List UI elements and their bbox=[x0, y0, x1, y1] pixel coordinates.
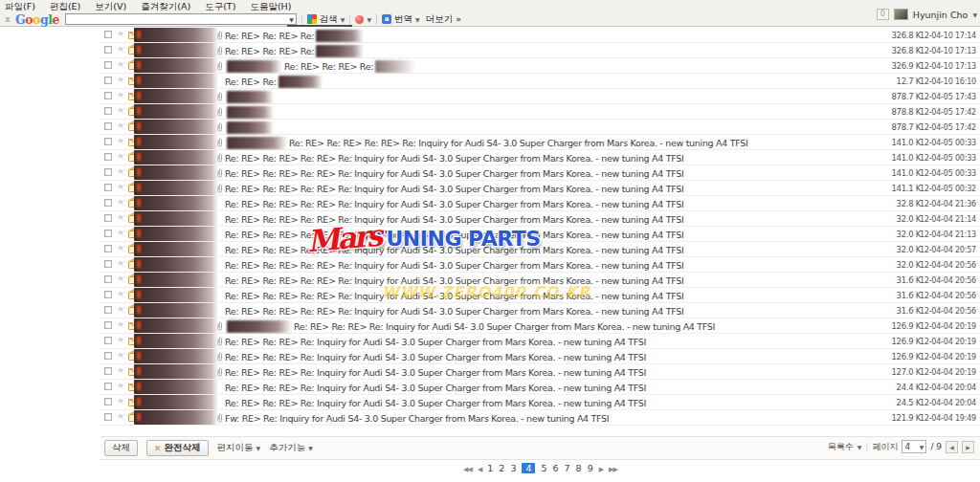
delete-button[interactable]: 삭제 bbox=[104, 440, 138, 456]
star-icon[interactable]: ★ bbox=[117, 136, 124, 145]
star-icon[interactable]: ★ bbox=[117, 228, 124, 237]
star-icon[interactable]: ★ bbox=[117, 151, 124, 161]
row-checkbox[interactable] bbox=[104, 260, 112, 268]
row-checkbox[interactable] bbox=[104, 383, 112, 390]
subject-line[interactable]: Re: RE> Re: RE> Re: Inquiry for Audi S4-… bbox=[216, 349, 854, 364]
menu-item-4[interactable]: 도구(T) bbox=[205, 1, 235, 13]
mail-row[interactable]: ★Re: RE> Re: RE> Re:326.8 K12-04-10 17:1… bbox=[100, 43, 980, 58]
account-name[interactable]: Hyunjin Cho bbox=[913, 10, 969, 20]
menu-item-3[interactable]: 즐겨찾기(A) bbox=[141, 1, 190, 13]
row-checkbox[interactable] bbox=[104, 413, 112, 421]
page-5[interactable]: 5 bbox=[541, 463, 546, 473]
page-4[interactable]: 4 bbox=[522, 463, 535, 473]
mail-row[interactable]: ★878.8 K12-04-05 17:42 bbox=[100, 104, 980, 120]
star-icon[interactable]: ★ bbox=[117, 335, 124, 344]
next-page-icon[interactable]: ▶ bbox=[599, 466, 603, 473]
row-checkbox[interactable] bbox=[104, 61, 112, 69]
subject-line[interactable] bbox=[216, 104, 854, 120]
star-icon[interactable]: ★ bbox=[117, 29, 124, 38]
row-checkbox[interactable] bbox=[104, 306, 112, 314]
first-page-icon[interactable]: ◀◀ bbox=[463, 466, 472, 473]
chevron-down-icon[interactable]: ▼ bbox=[858, 444, 862, 450]
row-checkbox[interactable] bbox=[104, 46, 112, 54]
star-icon[interactable]: ★ bbox=[117, 182, 124, 191]
star-icon[interactable]: ★ bbox=[117, 381, 124, 390]
subject-line[interactable]: Re: RE> Re: RE> Re: Inquiry for Audi S4-… bbox=[216, 334, 854, 349]
mail-row[interactable]: ★Re: RE> Re: RE> Re: Inquiry for Audi S4… bbox=[100, 318, 980, 334]
star-icon[interactable]: ★ bbox=[117, 166, 124, 176]
toolbar-more-button[interactable]: 더보기 » bbox=[426, 13, 461, 26]
row-checkbox[interactable] bbox=[104, 77, 112, 84]
toolbar-search-button[interactable]: 검색 ▼ bbox=[307, 13, 345, 26]
star-icon[interactable]: ★ bbox=[117, 243, 124, 252]
subject-line[interactable] bbox=[216, 120, 854, 135]
page-9[interactable]: 9 bbox=[588, 463, 593, 473]
move-mail-dropdown[interactable]: 편지이동 ▼ bbox=[217, 442, 261, 454]
notification-badge[interactable]: 0 bbox=[877, 9, 889, 20]
menu-item-5[interactable]: 도움말(H) bbox=[250, 1, 291, 13]
mail-row[interactable]: ★Re: RE> Re: RE> Re: Inquiry for Audi S4… bbox=[100, 364, 980, 380]
toolbar-pagerank-button[interactable]: ▼ bbox=[355, 15, 371, 24]
row-checkbox[interactable] bbox=[104, 275, 112, 283]
mail-row[interactable]: ★Fw: RE> Re: Inquiry for Audi S4- 3.0 Su… bbox=[100, 410, 980, 426]
page-2[interactable]: 2 bbox=[499, 463, 504, 473]
mail-row[interactable]: ★878.7 K12-04-05 17:42 bbox=[100, 120, 980, 135]
permanent-delete-button[interactable]: ✕ 완전삭제 bbox=[146, 440, 209, 456]
subject-line[interactable]: Re: RE> Re: RE> Re: Inquiry for Audi S4-… bbox=[216, 364, 854, 380]
row-checkbox[interactable] bbox=[104, 31, 112, 38]
page-8[interactable]: 8 bbox=[576, 463, 582, 473]
star-icon[interactable]: ★ bbox=[117, 44, 124, 54]
star-icon[interactable]: ★ bbox=[117, 75, 124, 84]
subject-line[interactable]: Re: RE> Re: RE> Re: RE> Re: Inquiry for … bbox=[216, 135, 854, 150]
toolbar-translate-button[interactable]: a 번역 ▼ bbox=[382, 13, 420, 26]
row-checkbox[interactable] bbox=[104, 199, 112, 207]
mail-row[interactable]: ★878.7 K12-04-05 17:43 bbox=[100, 89, 980, 104]
row-checkbox[interactable] bbox=[104, 337, 112, 344]
row-checkbox[interactable] bbox=[104, 107, 112, 115]
mail-row[interactable]: ★Re: RE> Re:12.7 K12-04-10 16:10 bbox=[100, 74, 980, 89]
subject-line[interactable]: Re: RE> Re: RE> Re: Inquiry for Audi S4-… bbox=[216, 395, 854, 410]
star-icon[interactable]: ★ bbox=[117, 59, 124, 69]
star-icon[interactable]: ★ bbox=[117, 411, 124, 421]
row-checkbox[interactable] bbox=[104, 184, 112, 191]
subject-line[interactable]: Fw: RE> Re: Inquiry for Audi S4- 3.0 Sup… bbox=[216, 410, 854, 426]
subject-line[interactable]: Re: RE> Re: RE> Re: RE> Re: Inquiry for … bbox=[216, 150, 854, 165]
row-checkbox[interactable] bbox=[104, 321, 112, 329]
page-6[interactable]: 6 bbox=[553, 463, 559, 473]
row-checkbox[interactable] bbox=[104, 245, 112, 252]
subject-line[interactable]: Re: RE> Re: RE> Re: RE> Re: Inquiry for … bbox=[216, 181, 854, 196]
mail-row[interactable]: ★Re: RE> Re: RE> Re: RE> Re: Inquiry for… bbox=[100, 135, 980, 150]
star-icon[interactable]: ★ bbox=[117, 304, 124, 314]
subject-line[interactable] bbox=[216, 89, 854, 104]
star-icon[interactable]: ★ bbox=[117, 365, 124, 375]
subject-line[interactable]: Re: RE> Re: RE> Re: Inquiry for Audi S4-… bbox=[216, 380, 854, 395]
mail-row[interactable]: ★Re: RE> Re: RE> Re: RE> Re: Inquiry for… bbox=[100, 165, 980, 181]
row-checkbox[interactable] bbox=[104, 168, 112, 176]
star-icon[interactable]: ★ bbox=[117, 274, 124, 283]
row-checkbox[interactable] bbox=[104, 122, 112, 130]
row-checkbox[interactable] bbox=[104, 214, 112, 222]
prev-page-button[interactable]: ◀ bbox=[946, 441, 958, 453]
avatar[interactable] bbox=[894, 9, 908, 20]
subject-line[interactable]: Re: RE> Re: RE> Re: RE> Re: Inquiry for … bbox=[216, 257, 854, 273]
subject-line[interactable]: Re: RE> Re: bbox=[216, 74, 854, 89]
prev-page-icon[interactable]: ◀ bbox=[478, 466, 481, 473]
row-checkbox[interactable] bbox=[104, 153, 112, 161]
star-icon[interactable]: ★ bbox=[117, 105, 124, 115]
next-page-button[interactable]: ▶ bbox=[962, 441, 974, 453]
star-icon[interactable]: ★ bbox=[117, 120, 124, 130]
mail-row[interactable]: ★Re: RE> Re: RE> Re: Inquiry for Audi S4… bbox=[100, 334, 980, 349]
row-checkbox[interactable] bbox=[104, 92, 112, 99]
row-checkbox[interactable] bbox=[104, 367, 112, 375]
last-page-icon[interactable]: ▶▶ bbox=[609, 466, 617, 473]
star-icon[interactable]: ★ bbox=[117, 90, 124, 99]
subject-line[interactable]: Re: RE> Re: RE> Re: RE> Re: Inquiry for … bbox=[216, 165, 854, 181]
star-icon[interactable]: ★ bbox=[117, 396, 124, 405]
page-7[interactable]: 7 bbox=[565, 463, 570, 473]
mail-row[interactable]: ★Re: RE> Re: RE> Re:326.9 K12-04-10 17:1… bbox=[100, 58, 980, 74]
close-icon[interactable]: x bbox=[2, 14, 13, 24]
star-icon[interactable]: ★ bbox=[117, 258, 124, 268]
mail-row[interactable]: ★Re: RE> Re: RE> Re: RE> Re: Inquiry for… bbox=[100, 196, 980, 211]
subject-line[interactable]: Re: RE> Re: RE> Re: Inquiry for Audi S4-… bbox=[216, 318, 854, 334]
star-icon[interactable]: ★ bbox=[117, 289, 124, 298]
